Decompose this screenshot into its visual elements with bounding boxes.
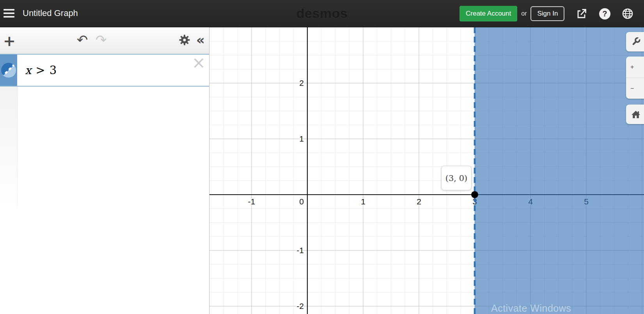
graph-area: -1012345-2-112 (3, 0) + − bbox=[209, 27, 644, 314]
globe-language-icon[interactable] bbox=[622, 8, 633, 20]
tick-label: 0 bbox=[299, 197, 304, 206]
collapse-panel-button[interactable]: « bbox=[196, 33, 205, 46]
point-label-tooltip: (3, 0) bbox=[441, 166, 472, 190]
zoom-in-button[interactable]: + bbox=[626, 57, 644, 78]
tick-label: -1 bbox=[296, 246, 304, 255]
wrench-icon bbox=[630, 36, 641, 47]
redo-button[interactable]: ↷ bbox=[96, 33, 107, 46]
tick-label: 1 bbox=[361, 197, 365, 206]
expression-rhs: 3 bbox=[50, 64, 57, 77]
add-expression-button[interactable]: + bbox=[3, 34, 16, 48]
expression-gutter-strip bbox=[0, 87, 18, 208]
plotted-point[interactable] bbox=[471, 191, 478, 198]
tick-label: 2 bbox=[417, 197, 421, 206]
minus-icon: − bbox=[630, 85, 634, 92]
home-default-view-button[interactable] bbox=[626, 105, 644, 124]
settings-gear-button[interactable] bbox=[179, 34, 190, 47]
expression-input[interactable]: x > 3 bbox=[25, 55, 173, 86]
create-account-button[interactable]: Create Account bbox=[459, 6, 517, 21]
tick-label: 2 bbox=[299, 78, 304, 87]
top-bar: Untitled Graph desmos Create Account or … bbox=[0, 0, 644, 27]
hamburger-menu-icon[interactable] bbox=[4, 9, 14, 18]
tick-label: 1 bbox=[299, 134, 304, 143]
gear-icon bbox=[179, 34, 190, 46]
sign-in-button[interactable]: Sign In bbox=[530, 6, 564, 21]
desmos-logo: desmos bbox=[296, 6, 348, 21]
expression-row: x > 3 × bbox=[0, 54, 209, 87]
desmos-app: Untitled Graph desmos Create Account or … bbox=[0, 0, 644, 314]
expression-operator: > bbox=[35, 64, 45, 77]
help-icon[interactable]: ? bbox=[599, 8, 610, 20]
shaded-region bbox=[475, 27, 644, 314]
expression-style-tile[interactable] bbox=[0, 55, 17, 86]
tick-label: -1 bbox=[248, 197, 255, 206]
expression-lhs: x bbox=[25, 64, 31, 77]
expression-toolbar: + ↶ ↷ bbox=[0, 27, 209, 54]
home-icon bbox=[630, 109, 641, 120]
tick-label: -2 bbox=[296, 302, 304, 310]
plus-icon: + bbox=[630, 64, 634, 71]
expression-panel: + ↶ ↷ bbox=[0, 27, 209, 314]
undo-button[interactable]: ↶ bbox=[77, 33, 88, 46]
share-icon[interactable] bbox=[576, 8, 587, 20]
point-label: (3, 0) bbox=[445, 174, 467, 183]
account-controls: Create Account or Sign In ? bbox=[459, 0, 633, 27]
graph-canvas[interactable]: -1012345-2-112 bbox=[209, 27, 644, 314]
delete-expression-button[interactable]: × bbox=[192, 55, 206, 71]
zoom-out-button[interactable]: − bbox=[626, 78, 644, 99]
graph-settings-wrench-button[interactable] bbox=[626, 32, 644, 51]
zoom-controls: + − bbox=[626, 57, 644, 99]
or-label: or bbox=[521, 10, 527, 17]
graph-title: Untitled Graph bbox=[23, 8, 78, 18]
dashed-line-style-icon bbox=[1, 62, 16, 78]
